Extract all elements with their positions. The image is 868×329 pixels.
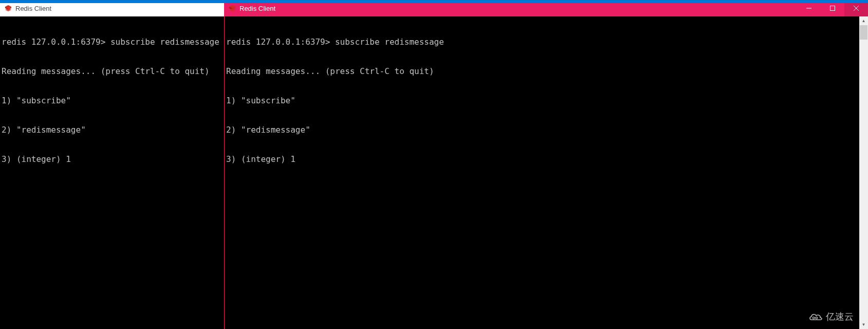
watermark: 亿速云 [808, 310, 854, 323]
terminal-right[interactable]: redis 127.0.0.1:6379> subscribe redismes… [224, 16, 868, 329]
watermark-text: 亿速云 [826, 310, 854, 323]
terminal-left[interactable]: redis 127.0.0.1:6379> subscribe redismes… [0, 16, 224, 329]
window-title-right: Redis Client [239, 5, 797, 12]
redis-window-left: Redis Client redis 127.0.0.1:6379> subsc… [0, 0, 224, 329]
terminal-output-line: 1) "subscribe" [2, 96, 223, 105]
terminal-output-line: 3) (integer) 1 [2, 154, 223, 164]
cloud-icon [808, 312, 823, 322]
window-top-accent [0, 0, 868, 3]
terminal-prompt-line: redis 127.0.0.1:6379> subscribe redismes… [226, 37, 866, 47]
terminal-output-line: 3) (integer) 1 [226, 154, 866, 164]
windows-container: Redis Client redis 127.0.0.1:6379> subsc… [0, 0, 868, 329]
terminal-output-line: 2) "redismessage" [226, 125, 866, 135]
redis-icon [4, 4, 12, 12]
terminal-output-line: Reading messages... (press Ctrl-C to qui… [2, 66, 223, 76]
svg-point-12 [812, 317, 815, 319]
terminal-prompt-line: redis 127.0.0.1:6379> subscribe redismes… [2, 37, 223, 47]
scrollbar-up-arrow-icon[interactable]: ▲ [859, 16, 868, 25]
svg-rect-9 [830, 6, 835, 11]
redis-icon [228, 4, 236, 12]
vertical-scrollbar[interactable]: ▲ ▼ [859, 16, 868, 329]
terminal-output-line: 2) "redismessage" [2, 125, 223, 135]
window-title-left: Redis Client [15, 5, 224, 12]
terminal-output-line: Reading messages... (press Ctrl-C to qui… [226, 66, 866, 76]
redis-window-right: Redis Client redis 127.0.0.1:6379> subsc… [224, 0, 868, 329]
terminal-output-line: 1) "subscribe" [226, 96, 866, 105]
scrollbar-thumb[interactable] [860, 25, 867, 40]
svg-marker-7 [229, 8, 235, 11]
svg-point-13 [816, 317, 818, 319]
scrollbar-down-arrow-icon[interactable]: ▼ [859, 320, 868, 329]
